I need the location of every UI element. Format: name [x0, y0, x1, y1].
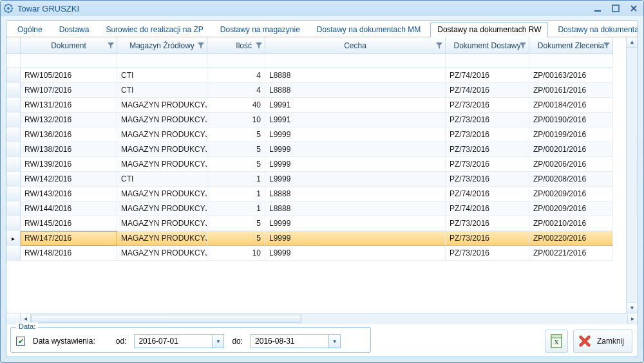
- cell-cecha[interactable]: L8888: [265, 68, 446, 83]
- cell-dok_dostawy[interactable]: PZ/73/2016: [446, 113, 529, 127]
- date-to-field[interactable]: [251, 335, 328, 347]
- cell-ilosc[interactable]: 10: [207, 246, 265, 261]
- table-row[interactable]: RW/138/2016MAGAZYN PRODUKCYJ...5L9999PZ/…: [6, 142, 638, 157]
- table-row[interactable]: RW/142/2016CTI1L9999PZ/73/2016ZP/00208/2…: [6, 172, 638, 187]
- table-row[interactable]: RW/143/2016MAGAZYN PRODUKCYJ...1L8888PZ/…: [6, 187, 638, 201]
- table-row[interactable]: RW/105/2016CTI4L8888PZ/74/2016ZP/00163/2…: [6, 68, 638, 83]
- cell-ilosc[interactable]: 5: [207, 127, 265, 142]
- cell-magazyn[interactable]: MAGAZYN PRODUKCYJ...: [117, 216, 207, 231]
- cell-dokument[interactable]: RW/147/2016: [21, 231, 117, 246]
- date-from-input[interactable]: ▼: [134, 334, 224, 348]
- filter-icon[interactable]: [198, 42, 204, 49]
- cell-dok_zlecenia[interactable]: ZP/00199/2016: [529, 127, 613, 142]
- filter-cell[interactable]: [117, 54, 207, 68]
- cell-dokument[interactable]: RW/148/2016: [21, 246, 117, 261]
- close-window-button[interactable]: [627, 3, 641, 14]
- cell-magazyn[interactable]: CTI: [117, 68, 207, 83]
- cell-dok_dostawy[interactable]: PZ/73/2016: [446, 246, 529, 261]
- filter-icon[interactable]: [108, 42, 114, 49]
- filter-icon[interactable]: [603, 42, 610, 49]
- filter-cell[interactable]: [529, 54, 613, 68]
- scroll-right-icon[interactable]: ►: [627, 313, 638, 324]
- cell-ilosc[interactable]: 5: [207, 157, 265, 172]
- cell-ilosc[interactable]: 5: [207, 231, 265, 246]
- table-row[interactable]: RW/144/2016MAGAZYN PRODUKCYJ...1L8888PZ/…: [6, 201, 638, 216]
- horizontal-scrollbar[interactable]: ◄ ►: [6, 313, 638, 324]
- cell-dok_dostawy[interactable]: PZ/74/2016: [446, 83, 529, 98]
- cell-dokument[interactable]: RW/144/2016: [21, 201, 117, 216]
- table-row[interactable]: RW/132/2016MAGAZYN PRODUKCYJ...10L9991PZ…: [6, 113, 638, 127]
- scroll-up-icon[interactable]: ▲: [627, 37, 638, 48]
- cell-dokument[interactable]: RW/145/2016: [21, 216, 117, 231]
- cell-cecha[interactable]: L8888: [265, 201, 446, 216]
- cell-dok_zlecenia[interactable]: ZP/00221/2016: [529, 246, 613, 261]
- cell-dok_zlecenia[interactable]: ZP/00163/2016: [529, 68, 613, 83]
- tab-1[interactable]: Dostawa: [52, 22, 97, 37]
- cell-ilosc[interactable]: 1: [207, 187, 265, 201]
- filter-cell[interactable]: [21, 54, 117, 68]
- cell-magazyn[interactable]: MAGAZYN PRODUKCYJ...: [117, 231, 207, 246]
- cell-dok_dostawy[interactable]: PZ/74/2016: [446, 68, 529, 83]
- cell-cecha[interactable]: L9991: [265, 113, 446, 127]
- cell-dok_zlecenia[interactable]: ZP/00201/2016: [529, 142, 613, 157]
- cell-dok_dostawy[interactable]: PZ/73/2016: [446, 157, 529, 172]
- tab-0[interactable]: Ogólne: [10, 22, 50, 37]
- cell-dok_dostawy[interactable]: PZ/73/2016: [446, 127, 529, 142]
- col-header-dok-zlecenia[interactable]: Dokument Zlecenia: [529, 37, 613, 54]
- cell-magazyn[interactable]: MAGAZYN PRODUKCYJ...: [117, 187, 207, 201]
- cell-cecha[interactable]: L9991: [265, 98, 446, 113]
- table-row[interactable]: RW/107/2016CTI4L8888PZ/74/2016ZP/00161/2…: [6, 83, 638, 98]
- cell-cecha[interactable]: L9999: [265, 216, 446, 231]
- col-header-dok-dostawy[interactable]: Dokument Dostawy: [446, 37, 529, 54]
- table-row[interactable]: RW/148/2016MAGAZYN PRODUKCYJ...10L9999PZ…: [6, 246, 638, 261]
- cell-dok_dostawy[interactable]: PZ/74/2016: [446, 201, 529, 216]
- cell-dokument[interactable]: RW/142/2016: [21, 172, 117, 187]
- dropdown-icon[interactable]: ▼: [328, 335, 340, 348]
- cell-dokument[interactable]: RW/131/2016: [21, 98, 117, 113]
- cell-ilosc[interactable]: 5: [207, 142, 265, 157]
- cell-dok_zlecenia[interactable]: ZP/00190/2016: [529, 113, 613, 127]
- scroll-thumb[interactable]: [31, 315, 301, 323]
- col-header-magazyn[interactable]: Magazyn Źródłowy: [117, 37, 207, 54]
- filter-icon[interactable]: [256, 42, 262, 49]
- cell-magazyn[interactable]: MAGAZYN PRODUKCYJ...: [117, 98, 207, 113]
- cell-dok_dostawy[interactable]: PZ/73/2016: [446, 172, 529, 187]
- cell-dok_zlecenia[interactable]: ZP/00184/2016: [529, 98, 613, 113]
- cell-dokument[interactable]: RW/105/2016: [21, 68, 117, 83]
- cell-dok_dostawy[interactable]: PZ/74/2016: [446, 187, 529, 201]
- tab-3[interactable]: Dostawy na magazynie: [213, 22, 307, 37]
- table-row[interactable]: RW/139/2016MAGAZYN PRODUKCYJ...5L9999PZ/…: [6, 157, 638, 172]
- cell-dok_zlecenia[interactable]: ZP/00210/2016: [529, 216, 613, 231]
- cell-cecha[interactable]: L8888: [265, 187, 446, 201]
- cell-dokument[interactable]: RW/138/2016: [21, 142, 117, 157]
- tab-6[interactable]: Dostawy na dokumentach PW: [551, 22, 638, 37]
- cell-dokument[interactable]: RW/136/2016: [21, 127, 117, 142]
- cell-ilosc[interactable]: 5: [207, 216, 265, 231]
- cell-dok_zlecenia[interactable]: ZP/00206/2016: [529, 157, 613, 172]
- cell-cecha[interactable]: L9999: [265, 127, 446, 142]
- cell-dok_zlecenia[interactable]: ZP/00161/2016: [529, 83, 613, 98]
- filter-icon[interactable]: [436, 42, 442, 49]
- table-row[interactable]: RW/136/2016MAGAZYN PRODUKCYJ...5L9999PZ/…: [6, 127, 638, 142]
- cell-ilosc[interactable]: 10: [207, 113, 265, 127]
- scroll-track[interactable]: [627, 48, 638, 302]
- titlebar[interactable]: Towar GRUSZKI: [1, 1, 643, 16]
- close-button[interactable]: Zamknij: [573, 330, 632, 353]
- col-header-cecha[interactable]: Cecha: [265, 37, 446, 54]
- tab-2[interactable]: Surowiec do realizacji na ZP: [99, 22, 210, 37]
- scroll-track[interactable]: [31, 313, 627, 324]
- cell-dok_zlecenia[interactable]: ZP/00208/2016: [529, 172, 613, 187]
- cell-cecha[interactable]: L9999: [265, 142, 446, 157]
- cell-magazyn[interactable]: MAGAZYN PRODUKCYJ...: [117, 142, 207, 157]
- cell-dok_dostawy[interactable]: PZ/73/2016: [446, 142, 529, 157]
- cell-magazyn[interactable]: MAGAZYN PRODUKCYJ...: [117, 246, 207, 261]
- cell-magazyn[interactable]: MAGAZYN PRODUKCYJ...: [117, 127, 207, 142]
- vertical-scrollbar[interactable]: ▲ ▼: [626, 37, 638, 313]
- cell-cecha[interactable]: L9999: [265, 172, 446, 187]
- minimize-button[interactable]: [591, 3, 605, 14]
- date-to-input[interactable]: ▼: [251, 334, 341, 348]
- filter-cell[interactable]: [446, 54, 529, 68]
- maximize-button[interactable]: [609, 3, 623, 14]
- row-indicator-header[interactable]: [6, 37, 21, 54]
- cell-magazyn[interactable]: MAGAZYN PRODUKCYJ...: [117, 113, 207, 127]
